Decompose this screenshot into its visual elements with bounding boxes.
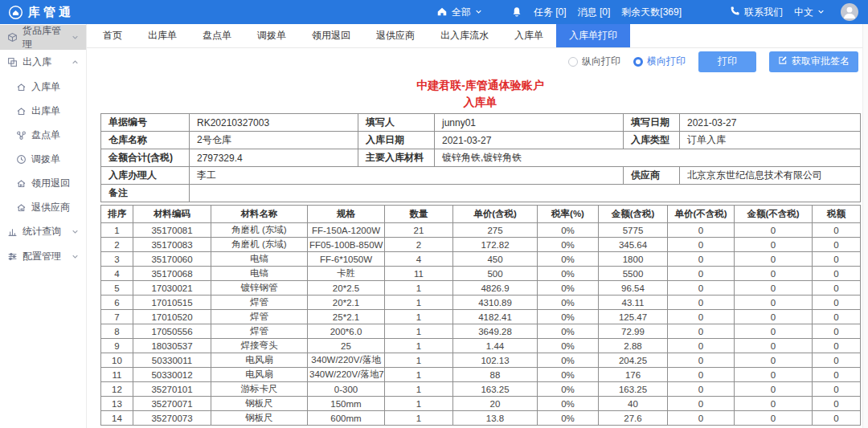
sidebar-group[interactable]: 出入库 bbox=[0, 50, 86, 75]
total-amount-label: 金额合计(含税) bbox=[101, 149, 190, 167]
table-cell: 1 bbox=[385, 324, 453, 339]
tab[interactable]: 入库单打印 bbox=[556, 24, 630, 47]
tasks-link[interactable]: 任务 [0] bbox=[534, 6, 567, 19]
sidebar-group[interactable]: 货品库管理 bbox=[0, 25, 86, 50]
table-cell: 0% bbox=[538, 252, 599, 267]
sidebar-item[interactable]: 盘点单 bbox=[0, 123, 86, 147]
table-cell: 4182.41 bbox=[453, 310, 538, 324]
table-cell: 200*6.0 bbox=[308, 324, 385, 339]
table-cell: 6 bbox=[101, 296, 133, 310]
sidebar-item[interactable]: 调拨单 bbox=[0, 147, 86, 171]
sidebar-item[interactable]: 领用退回 bbox=[0, 171, 86, 195]
table-cell: 1 bbox=[101, 223, 133, 238]
table-cell: 11 bbox=[101, 368, 133, 382]
tab[interactable]: 退供应商 bbox=[363, 24, 428, 47]
tab[interactable]: 出入库流水 bbox=[428, 24, 502, 47]
app-brand[interactable]: 库管通 bbox=[8, 5, 74, 20]
table-cell: 1 bbox=[385, 339, 453, 353]
table-cell: 0% bbox=[538, 324, 599, 339]
sidebar-item[interactable]: 入库单 bbox=[0, 75, 86, 99]
table-cell: 40 bbox=[599, 397, 668, 411]
avatar[interactable] bbox=[841, 3, 858, 21]
table-cell: 600mm bbox=[308, 411, 385, 426]
chevron-down-icon bbox=[72, 32, 79, 43]
table-cell: 0 bbox=[668, 267, 735, 281]
handler-label: 入库办理人 bbox=[101, 167, 190, 185]
table-cell: 8 bbox=[101, 324, 133, 339]
sidebar-item-label: 调拨单 bbox=[31, 153, 60, 166]
table-cell: 2 bbox=[385, 238, 453, 252]
table-row: 817050556焊管200*6.013649.280%72.99000 bbox=[101, 324, 861, 339]
table-cell: 0% bbox=[538, 267, 599, 281]
table-cell: 27.6 bbox=[599, 411, 668, 426]
column-header: 单价(不含税) bbox=[668, 206, 735, 223]
tab[interactable]: 入库单 bbox=[502, 24, 556, 47]
table-row: 1335270071钢板尺150mm1200%40000 bbox=[101, 397, 861, 411]
notification-bell-icon[interactable] bbox=[511, 6, 522, 18]
print-button[interactable]: 打印 bbox=[698, 51, 756, 72]
table-cell: 9 bbox=[101, 339, 133, 353]
sidebar-item-label: 盘点单 bbox=[31, 128, 60, 142]
tab[interactable]: 领用退回 bbox=[299, 24, 363, 47]
table-cell: 0% bbox=[538, 238, 599, 252]
table-cell: 340W/220V/落地750mm bbox=[308, 368, 385, 382]
remark-value bbox=[190, 185, 861, 202]
table-cell: 72.99 bbox=[599, 324, 668, 339]
remark-label: 备注 bbox=[101, 185, 190, 202]
contact-link[interactable]: 联系我们 bbox=[730, 6, 783, 19]
table-cell: 275 bbox=[453, 223, 538, 238]
tab[interactable]: 调拨单 bbox=[244, 24, 299, 47]
table-cell: FF-6*1050W bbox=[308, 252, 385, 267]
table-cell: 125.47 bbox=[599, 310, 668, 324]
table-cell: 0 bbox=[668, 252, 735, 267]
landscape-print-radio[interactable]: 横向打印 bbox=[633, 55, 686, 68]
scope-selector[interactable]: 全部 bbox=[436, 6, 482, 19]
table-row: 918030537焊接弯头2511.440%2.88000 bbox=[101, 339, 861, 353]
radio-icon bbox=[568, 57, 578, 67]
tab[interactable]: 盘点单 bbox=[190, 24, 244, 47]
main-materials-value: 镀锌角铁,镀锌角铁 bbox=[435, 149, 861, 167]
sidebar-group[interactable]: 配置管理 bbox=[0, 244, 86, 269]
table-cell: 1 bbox=[385, 310, 453, 324]
table-cell: 4826.9 bbox=[453, 281, 538, 296]
sidebar-item-label: 出库单 bbox=[31, 104, 60, 118]
warehouse-label: 仓库名称 bbox=[101, 132, 190, 149]
table-cell: 0 bbox=[813, 252, 861, 267]
table-cell: 176 bbox=[599, 368, 668, 382]
warehouse-value: 2号仓库 bbox=[190, 132, 358, 149]
table-cell: 11 bbox=[385, 267, 453, 281]
in-date-label: 入库日期 bbox=[358, 132, 435, 149]
table-cell: 0 bbox=[735, 339, 813, 353]
table-cell: 0 bbox=[668, 310, 735, 324]
table-cell: 4310.89 bbox=[453, 296, 538, 310]
tab[interactable]: 首页 bbox=[90, 24, 135, 47]
table-cell: 10 bbox=[101, 353, 133, 368]
in-type-label: 入库类型 bbox=[624, 132, 680, 149]
table-cell: 0 bbox=[668, 281, 735, 296]
table-cell: 17030021 bbox=[133, 281, 211, 296]
table-cell: 0 bbox=[813, 296, 861, 310]
tab[interactable]: 出库单 bbox=[135, 24, 190, 47]
messages-link[interactable]: 消息 [0] bbox=[578, 6, 611, 19]
language-selector[interactable]: 中文 bbox=[794, 6, 825, 19]
sidebar-group[interactable]: 统计查询 bbox=[0, 219, 86, 244]
table-cell: 12 bbox=[101, 382, 133, 397]
app-logo-icon bbox=[8, 5, 23, 20]
table-cell: 35270071 bbox=[133, 397, 211, 411]
app-window: 库管通 全部 任务 [0] 消息 [0] 剩余天数[369] bbox=[0, 0, 868, 428]
table-cell: 0 bbox=[735, 324, 813, 339]
sidebar-group-label: 配置管理 bbox=[23, 250, 61, 263]
sidebar-item[interactable]: 退供应商 bbox=[0, 195, 86, 219]
get-approval-signature-button[interactable]: 获取审批签名 bbox=[769, 51, 858, 72]
main-content: 首页出库单盘点单调拨单领用退回退供应商出入库流水入库单入库单打印 纵向打印 横向… bbox=[87, 24, 868, 428]
table-cell: 0 bbox=[735, 353, 813, 368]
table-cell: 50330011 bbox=[133, 353, 211, 368]
table-cell: 0 bbox=[735, 223, 813, 238]
table-cell: 2.88 bbox=[599, 339, 668, 353]
table-cell: 1.44 bbox=[453, 339, 538, 353]
table-cell: 0 bbox=[668, 324, 735, 339]
portrait-print-radio[interactable]: 纵向打印 bbox=[568, 55, 620, 68]
table-cell: 20*2.1 bbox=[308, 296, 385, 310]
table-cell: 焊接弯头 bbox=[211, 339, 308, 353]
sidebar-item[interactable]: 出库单 bbox=[0, 99, 86, 123]
